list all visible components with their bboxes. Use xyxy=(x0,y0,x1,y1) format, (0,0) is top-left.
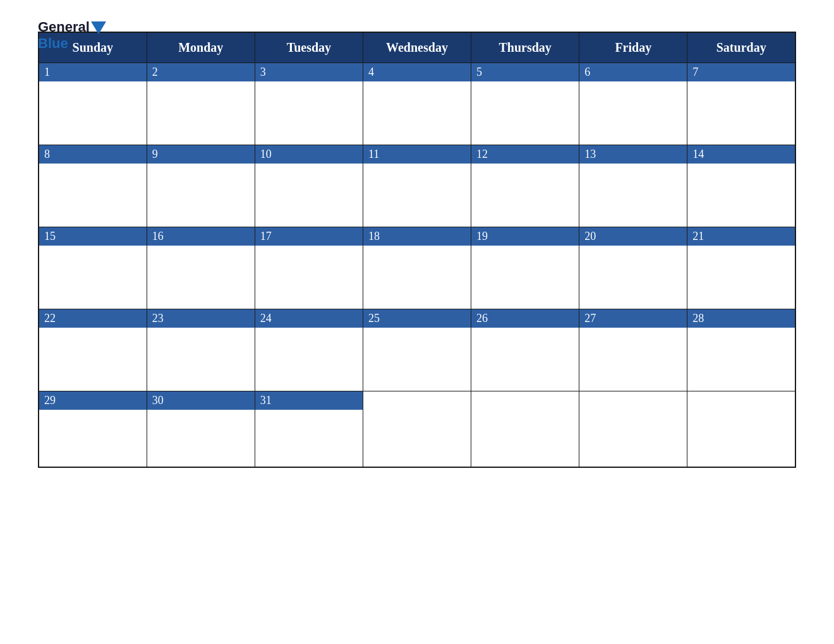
table-row: 8 xyxy=(39,145,147,227)
day-number: 20 xyxy=(579,227,687,246)
day-number: 13 xyxy=(579,145,687,164)
day-number: 19 xyxy=(471,227,579,246)
table-row: 25 xyxy=(363,309,471,391)
day-number: 18 xyxy=(363,227,471,246)
table-row: 16 xyxy=(147,227,255,309)
day-number: 30 xyxy=(147,391,255,410)
table-row: 17 xyxy=(255,227,363,309)
table-row: 21 xyxy=(687,227,795,309)
table-row: 31 xyxy=(255,391,363,467)
day-number: 9 xyxy=(147,145,255,164)
table-row: 26 xyxy=(471,309,579,391)
table-row: 29 xyxy=(39,391,147,467)
day-number: 1 xyxy=(39,63,147,81)
table-row: 24 xyxy=(255,309,363,391)
table-row: 19 xyxy=(471,227,579,309)
day-number: 24 xyxy=(255,309,363,328)
day-number: 26 xyxy=(471,309,579,328)
header-monday: Monday xyxy=(147,32,255,63)
day-number: 22 xyxy=(39,309,147,328)
day-number: 23 xyxy=(147,309,255,328)
table-row: 20 xyxy=(579,227,687,309)
day-number: 10 xyxy=(255,145,363,164)
table-row: 22 xyxy=(39,309,147,391)
logo-general-text: General xyxy=(38,19,90,35)
table-row: 11 xyxy=(363,145,471,227)
table-row: 10 xyxy=(255,145,363,227)
table-row: 7 xyxy=(687,63,795,145)
day-number: 2 xyxy=(147,63,255,81)
day-number: 8 xyxy=(39,145,147,164)
day-number: 5 xyxy=(471,63,579,81)
day-number: 14 xyxy=(687,145,795,164)
day-number: 6 xyxy=(579,63,687,81)
table-row: 1 xyxy=(39,63,147,145)
table-row: 30 xyxy=(147,391,255,467)
day-number: 3 xyxy=(255,63,363,81)
day-number: 28 xyxy=(687,309,795,328)
day-number: 21 xyxy=(687,227,795,246)
logo-triangle-icon xyxy=(91,21,106,34)
table-row: 5 xyxy=(471,63,579,145)
table-row: 12 xyxy=(471,145,579,227)
table-row: 13 xyxy=(579,145,687,227)
table-row xyxy=(687,391,795,467)
day-number: 16 xyxy=(147,227,255,246)
day-number: 25 xyxy=(363,309,471,328)
calendar-week-row: 293031 xyxy=(39,391,795,467)
header-wednesday: Wednesday xyxy=(363,32,471,63)
day-number: 12 xyxy=(471,145,579,164)
table-row xyxy=(579,391,687,467)
day-number: 17 xyxy=(255,227,363,246)
day-number: 27 xyxy=(579,309,687,328)
day-number: 7 xyxy=(687,63,795,81)
table-row: 15 xyxy=(39,227,147,309)
day-number: 15 xyxy=(39,227,147,246)
table-row: 9 xyxy=(147,145,255,227)
table-row: 28 xyxy=(687,309,795,391)
table-row: 2 xyxy=(147,63,255,145)
table-row: 27 xyxy=(579,309,687,391)
table-row: 23 xyxy=(147,309,255,391)
header-tuesday: Tuesday xyxy=(255,32,363,63)
table-row: 14 xyxy=(687,145,795,227)
logo: General Blue xyxy=(38,19,106,52)
header-friday: Friday xyxy=(579,32,687,63)
calendar-table: Sunday Monday Tuesday Wednesday Thursday… xyxy=(38,32,796,468)
logo-blue-text: Blue xyxy=(38,35,68,52)
table-row xyxy=(471,391,579,467)
table-row: 18 xyxy=(363,227,471,309)
table-row: 4 xyxy=(363,63,471,145)
calendar-week-row: 22232425262728 xyxy=(39,309,795,391)
day-number: 11 xyxy=(363,145,471,164)
calendar-week-row: 891011121314 xyxy=(39,145,795,227)
header-saturday: Saturday xyxy=(687,32,795,63)
day-number: 31 xyxy=(255,391,363,410)
header-thursday: Thursday xyxy=(471,32,579,63)
calendar-week-row: 15161718192021 xyxy=(39,227,795,309)
calendar-week-row: 1234567 xyxy=(39,63,795,145)
day-number: 29 xyxy=(39,391,147,410)
table-row: 3 xyxy=(255,63,363,145)
table-row xyxy=(363,391,471,467)
weekday-header-row: Sunday Monday Tuesday Wednesday Thursday… xyxy=(39,32,795,63)
day-number: 4 xyxy=(363,63,471,81)
table-row: 6 xyxy=(579,63,687,145)
